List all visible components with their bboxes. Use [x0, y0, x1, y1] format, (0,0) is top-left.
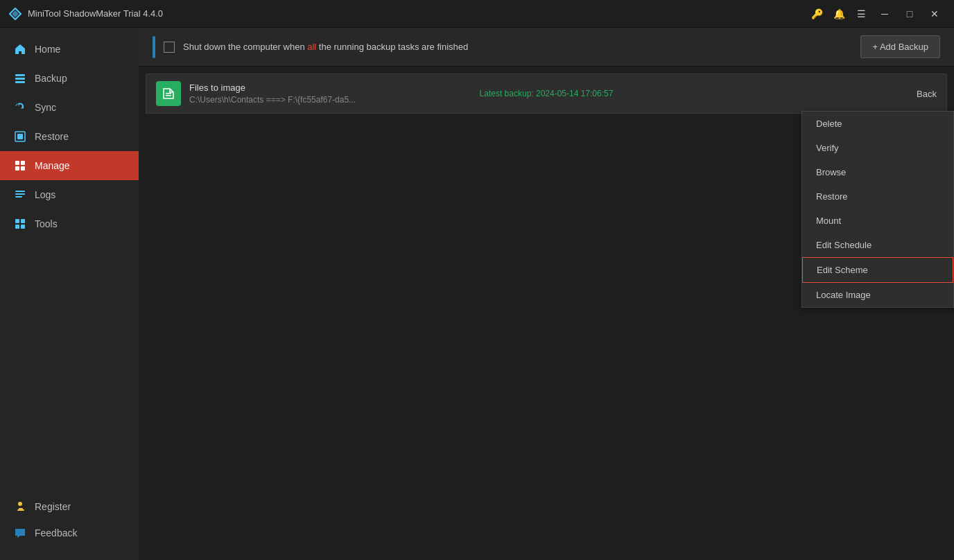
context-menu-item-edit-scheme[interactable]: Edit Scheme	[802, 257, 953, 283]
sidebar-item-manage[interactable]: Manage	[0, 151, 139, 180]
feedback-icon	[14, 527, 26, 539]
sidebar-item-logs[interactable]: Logs	[0, 180, 139, 209]
sidebar-item-manage-label: Manage	[35, 160, 70, 171]
bell-icon-btn[interactable]: 🔔	[829, 4, 849, 24]
tools-icon	[14, 218, 26, 230]
sidebar-item-register[interactable]: Register	[0, 493, 139, 520]
sidebar-item-tools-label: Tools	[35, 218, 58, 229]
sidebar-item-restore[interactable]: Restore	[0, 122, 139, 151]
backup-item-icon	[156, 81, 181, 106]
context-menu-item-browse[interactable]: Browse	[802, 160, 953, 184]
backup-icon	[14, 72, 26, 85]
top-bar-left: Shut down the computer when all the runn…	[153, 36, 468, 58]
backup-item-action-label: Back	[917, 89, 937, 99]
svg-rect-15	[21, 225, 25, 229]
backup-item: Files to image C:\Users\h\Contacts ===> …	[146, 73, 947, 114]
svg-rect-17	[166, 93, 171, 94]
context-menu-item-locate-image[interactable]: Locate Image	[802, 283, 953, 307]
svg-rect-9	[15, 191, 25, 192]
context-menu-item-delete[interactable]: Delete	[802, 112, 953, 136]
sidebar-item-backup[interactable]: Backup	[0, 64, 139, 93]
app-body: Home Backup Sync	[0, 28, 954, 560]
sidebar-item-feedback-label: Feedback	[35, 527, 77, 539]
svg-rect-14	[15, 225, 19, 229]
context-menu-item-mount[interactable]: Mount	[802, 209, 953, 233]
sidebar-item-tools[interactable]: Tools	[0, 209, 139, 238]
svg-rect-10	[15, 193, 25, 195]
sidebar-item-home[interactable]: Home	[0, 35, 139, 64]
sidebar-item-logs-label: Logs	[35, 189, 55, 200]
sidebar-bottom: Register Feedback	[0, 493, 139, 560]
shutdown-text-after: the running backup tasks are finished	[316, 42, 468, 52]
shutdown-highlight: all	[307, 42, 316, 52]
title-bar: MiniTool ShadowMaker Trial 4.4.0 🔑 🔔 ☰ ─…	[0, 0, 954, 28]
svg-rect-6	[21, 161, 25, 165]
sync-icon	[14, 101, 26, 114]
context-menu-item-edit-schedule[interactable]: Edit Schedule	[802, 233, 953, 257]
svg-rect-12	[15, 219, 19, 223]
window-controls: 🔑 🔔 ☰ ─ □ ✕	[807, 4, 946, 24]
close-button[interactable]: ✕	[923, 4, 946, 24]
sidebar-item-sync[interactable]: Sync	[0, 93, 139, 122]
app-logo	[8, 7, 22, 21]
top-bar: Shut down the computer when all the runn…	[139, 28, 954, 67]
context-menu-item-restore[interactable]: Restore	[802, 184, 953, 209]
manage-icon	[14, 159, 26, 172]
sidebar-item-sync-label: Sync	[35, 102, 56, 113]
svg-rect-13	[21, 219, 25, 223]
title-bar-left: MiniTool ShadowMaker Trial 4.4.0	[8, 7, 163, 21]
svg-rect-1	[15, 78, 25, 80]
backup-item-date: Latest backup: 2024-05-14 17:06:57	[480, 89, 614, 98]
shutdown-text: Shut down the computer when all the runn…	[183, 42, 468, 52]
sidebar-item-restore-label: Restore	[35, 131, 69, 142]
context-menu-item-verify[interactable]: Verify	[802, 136, 953, 160]
home-icon	[14, 43, 26, 55]
sidebar-item-feedback[interactable]: Feedback	[0, 520, 139, 546]
menu-icon-btn[interactable]: ☰	[851, 4, 871, 24]
shutdown-text-before: Shut down the computer when	[183, 42, 307, 52]
sidebar: Home Backup Sync	[0, 28, 139, 560]
top-bar-indicator	[153, 36, 155, 58]
main-content: Shut down the computer when all the runn…	[139, 28, 954, 560]
sidebar-item-register-label: Register	[35, 501, 71, 512]
sidebar-nav: Home Backup Sync	[0, 35, 139, 493]
add-backup-button[interactable]: + Add Backup	[860, 35, 940, 58]
logs-icon	[14, 189, 26, 201]
svg-rect-4	[17, 134, 23, 139]
svg-rect-7	[15, 166, 19, 170]
svg-rect-11	[15, 196, 22, 198]
svg-rect-0	[15, 74, 25, 76]
app-title: MiniTool ShadowMaker Trial 4.4.0	[28, 8, 163, 19]
minimize-button[interactable]: ─	[874, 4, 896, 24]
key-icon-btn[interactable]: 🔑	[807, 4, 826, 24]
svg-rect-5	[15, 161, 19, 165]
sidebar-item-backup-label: Backup	[35, 73, 67, 84]
maximize-button[interactable]: □	[899, 4, 921, 24]
register-icon	[14, 500, 26, 513]
restore-icon	[14, 130, 26, 143]
svg-rect-8	[21, 166, 25, 170]
sidebar-item-home-label: Home	[35, 44, 60, 55]
svg-rect-16	[166, 95, 171, 96]
svg-rect-2	[15, 81, 25, 83]
shutdown-checkbox[interactable]	[164, 42, 175, 53]
context-menu: Delete Verify Browse Restore Mount Edit …	[801, 111, 954, 308]
